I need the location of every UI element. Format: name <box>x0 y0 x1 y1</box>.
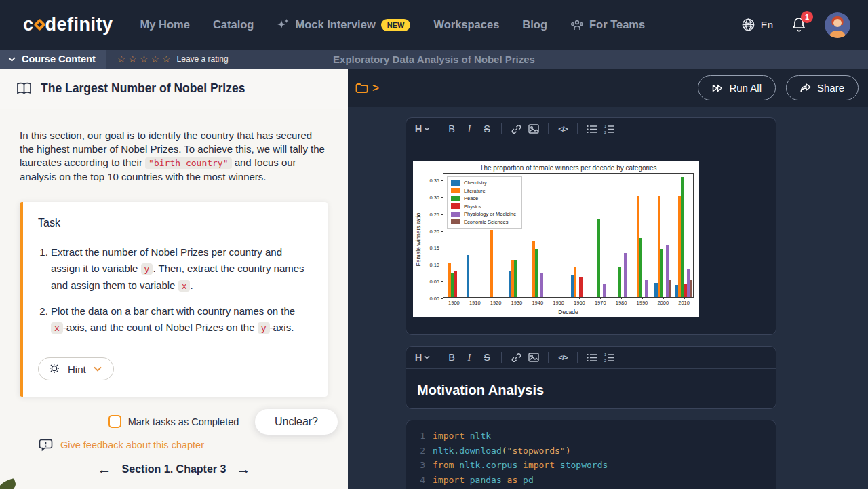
code-button[interactable]: </> <box>555 121 571 137</box>
numbered-list-button[interactable]: 12 <box>601 121 618 137</box>
markdown-body: The proportion of female winners per dec… <box>406 140 776 334</box>
editor-toolbar: H B I S <box>406 347 776 369</box>
star-icon[interactable]: ☆ <box>117 54 126 64</box>
chart-y-tick-mark <box>441 281 443 282</box>
unclear-button[interactable]: Unclear? <box>255 409 338 435</box>
chart-x-tick-label: 1940 <box>532 300 543 306</box>
link-icon <box>511 353 521 363</box>
star-icon[interactable]: ☆ <box>162 54 171 64</box>
main-nav: My Home Catalog Mock Interview NEW Works… <box>140 18 646 31</box>
bold-button[interactable]: B <box>443 349 460 366</box>
nav-label: Blog <box>522 18 547 31</box>
chart-x-tick-label: 2010 <box>678 300 690 306</box>
chart-bar <box>467 255 469 297</box>
feedback-link[interactable]: Give feedback about this chapter <box>60 439 204 450</box>
link-button[interactable] <box>508 121 524 137</box>
code-token: nltk.download <box>433 444 502 458</box>
strikethrough-button[interactable]: S <box>479 349 495 366</box>
heading-button[interactable]: H <box>414 349 431 366</box>
bold-button[interactable]: B <box>443 121 460 137</box>
chart-figure: The proportion of female winners per dec… <box>413 161 699 317</box>
star-icon[interactable]: ☆ <box>128 54 137 64</box>
chart-legend-label: Physics <box>464 203 481 210</box>
next-chapter-arrow[interactable]: → <box>236 462 250 476</box>
chart-bar <box>603 284 606 297</box>
code-button[interactable]: </> <box>555 349 571 366</box>
bullet-list-button[interactable] <box>584 121 600 137</box>
share-label: Share <box>817 82 844 94</box>
nav-item-blog[interactable]: Blog <box>522 18 547 31</box>
lesson-panel: The Largest Number of Nobel Prizes In th… <box>0 69 348 489</box>
italic-button[interactable]: I <box>461 121 477 137</box>
chevron-right-icon: > <box>372 81 379 95</box>
image-button[interactable] <box>526 349 542 366</box>
chart-x-tick-label: 1900 <box>448 300 460 306</box>
run-all-button[interactable]: Run All <box>698 75 776 100</box>
chart-legend-swatch <box>451 188 460 193</box>
nav-item-my-home[interactable]: My Home <box>140 18 190 31</box>
heading-button[interactable]: H <box>414 121 431 137</box>
bulb-icon <box>48 363 60 375</box>
chart-bar <box>579 277 582 297</box>
inline-code: "birth_country" <box>145 157 231 169</box>
chart-x-tick-label: 2000 <box>657 300 669 306</box>
task-item: Extract the number of Nobel Prizes per c… <box>51 244 313 294</box>
mark-completed-checkbox[interactable] <box>108 415 121 428</box>
avatar[interactable] <box>825 12 850 38</box>
toolbar-divider <box>437 352 437 363</box>
image-button[interactable] <box>526 121 542 137</box>
globe-icon <box>741 18 755 32</box>
chart-x-tick-label: 1920 <box>490 300 502 306</box>
notifications-button[interactable]: 1 <box>791 16 807 34</box>
nav-item-workspaces[interactable]: Workspaces <box>433 18 499 31</box>
task-card: Task Extract the number of Nobel Prizes … <box>20 202 328 397</box>
nav-item-catalog[interactable]: Catalog <box>213 18 254 31</box>
language-label: En <box>761 19 773 31</box>
chart-x-tick-label: 1960 <box>574 300 585 306</box>
inline-code: y <box>258 322 270 334</box>
nav-item-mock-interview[interactable]: Mock Interview NEW <box>277 18 410 31</box>
chart-x-tick-label: 1930 <box>511 300 523 306</box>
line-number: 3 <box>416 458 425 473</box>
prev-chapter-arrow[interactable]: ← <box>98 462 112 476</box>
star-icon[interactable]: ☆ <box>140 54 149 64</box>
markdown-heading[interactable]: Motivation Analysis <box>417 380 765 399</box>
link-button[interactable] <box>508 349 524 366</box>
bullet-list-icon <box>587 125 597 134</box>
line-number: 2 <box>416 444 425 458</box>
code-token: pandas <box>470 473 507 488</box>
chart-x-tick-mark <box>684 297 685 299</box>
folder-icon <box>355 83 368 94</box>
lesson-intro: In this section, our goal is to identify… <box>20 129 329 184</box>
chart-legend-label: Physiology or Medicine <box>464 211 516 217</box>
bullet-list-icon <box>587 353 597 362</box>
chart-bar <box>618 267 621 297</box>
code-cell[interactable]: 1import nltk2nltk.download("stopwords")3… <box>406 420 776 489</box>
chart-bar <box>681 177 684 297</box>
chart-x-tick-mark <box>475 297 475 299</box>
chart-y-tick-label: 0.10 <box>429 262 439 268</box>
lesson-title: The Largest Number of Nobel Prizes <box>41 81 245 96</box>
nav-item-for-teams[interactable]: For Teams <box>570 18 645 31</box>
chart-legend-swatch <box>451 212 460 217</box>
file-breadcrumb[interactable]: > <box>355 81 379 95</box>
hint-button[interactable]: Hint <box>38 357 114 380</box>
chart-x-tick-mark <box>663 297 664 299</box>
language-selector[interactable]: En <box>741 18 773 32</box>
italic-button[interactable]: I <box>461 349 477 366</box>
codefinity-logo[interactable]: c definity <box>23 14 113 35</box>
chart-bar <box>645 280 648 297</box>
share-button[interactable]: Share <box>786 75 859 100</box>
chart-bar <box>690 280 692 297</box>
inline-code: x <box>178 280 191 292</box>
course-content-toggle[interactable]: Course Content <box>0 50 106 69</box>
strikethrough-button[interactable]: S <box>479 121 495 137</box>
numbered-list-button[interactable]: 12 <box>601 349 618 366</box>
bullet-list-button[interactable] <box>584 349 600 366</box>
line-number: 1 <box>416 429 425 444</box>
logo-diamond-icon <box>33 18 45 31</box>
editor-toolbar: H B I S <box>406 118 776 140</box>
lesson-body: In this section, our goal is to identify… <box>0 109 348 452</box>
star-icon[interactable]: ☆ <box>151 54 159 64</box>
chart-x-tick-mark <box>642 297 643 299</box>
